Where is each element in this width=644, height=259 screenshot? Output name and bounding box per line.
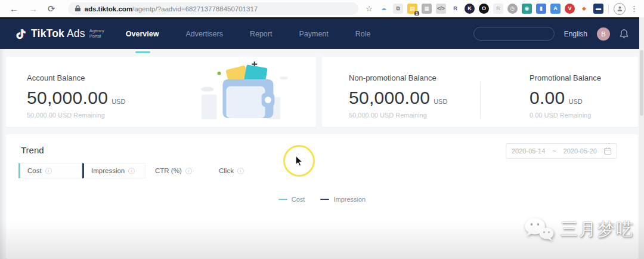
non-promotional-label: Non-promotional Balance bbox=[349, 73, 447, 82]
promotional-balances-card: Non-promotional Balance 50,000.00 USD 50… bbox=[322, 57, 638, 127]
account-balance-value: 50,000.00 bbox=[27, 88, 108, 108]
v-red-extension-icon[interactable]: V bbox=[565, 4, 575, 14]
tiktok-note-icon bbox=[16, 27, 27, 41]
browser-menu-icon[interactable]: ⋮ bbox=[630, 4, 638, 13]
r-purple-extension-icon[interactable]: R bbox=[450, 4, 460, 14]
tab-cost[interactable]: Cost i bbox=[18, 163, 82, 178]
tab-ctr-label: CTR (%) bbox=[155, 167, 182, 174]
wallet-illustration bbox=[197, 60, 291, 122]
watermark: 三月梦呓 bbox=[524, 217, 634, 242]
non-promotional-currency: USD bbox=[434, 98, 447, 105]
r-faded-extension-icon[interactable]: R bbox=[493, 4, 503, 14]
tab-impression-label: Impression bbox=[91, 167, 125, 174]
legend-impression[interactable]: Impression bbox=[320, 196, 366, 203]
bookmark-star-icon[interactable]: ☆ bbox=[366, 4, 373, 13]
date-separator: ~ bbox=[552, 147, 556, 155]
browser-toolbar: ← → ⟳ ads.tiktok.com/agentp/?aadvid=6827… bbox=[0, 0, 644, 17]
fox-extension-icon[interactable]: ◆ bbox=[579, 4, 589, 14]
top-navbar: TikTokAds AgencyPortal Overview Advertis… bbox=[0, 17, 644, 49]
info-icon[interactable]: i bbox=[237, 168, 244, 174]
notes-yellow-extension-icon[interactable]: ▤1 bbox=[407, 4, 417, 14]
cost-line-swatch bbox=[278, 199, 287, 200]
url-text: ads.tiktok.com/agentp/?aadvid=6827137788… bbox=[85, 5, 258, 13]
main-menu: Overview Advertisers Report Payment Role bbox=[126, 30, 371, 38]
promotional-currency: USD bbox=[569, 98, 583, 105]
metric-tabs: Cost i Impression i CTR (%) i Click i bbox=[18, 163, 274, 178]
legend-cost-label: Cost bbox=[292, 196, 305, 203]
k-dark-extension-icon[interactable]: K bbox=[465, 4, 475, 14]
tab-impression[interactable]: Impression i bbox=[82, 163, 145, 178]
brand-text: TikTokAds bbox=[31, 27, 85, 40]
menu-item-advertisers[interactable]: Advertisers bbox=[185, 30, 223, 38]
info-icon[interactable]: i bbox=[45, 168, 52, 174]
non-promotional-value: 50,000.00 bbox=[349, 88, 430, 108]
browser-refresh-button[interactable]: ⟳ bbox=[48, 4, 55, 14]
scrollbar-thumb[interactable] bbox=[640, 50, 643, 116]
promotional-label: Promotional Balance bbox=[530, 73, 601, 82]
info-icon[interactable]: i bbox=[185, 168, 192, 174]
chart-legend: Cost Impression bbox=[6, 196, 638, 203]
tab-click-label: Click bbox=[219, 167, 234, 174]
menu-item-payment[interactable]: Payment bbox=[299, 30, 328, 38]
timer-grey-extension-icon[interactable]: ◷ bbox=[507, 4, 518, 14]
date-range-picker[interactable]: 2020-05-14 ~ 2020-05-20 bbox=[506, 143, 617, 159]
menu-item-overview[interactable]: Overview bbox=[126, 30, 159, 38]
browser-forward-button[interactable]: → bbox=[29, 4, 38, 14]
person-icon bbox=[617, 5, 623, 12]
wechat-icon bbox=[524, 217, 555, 242]
active-tab-indicator bbox=[135, 51, 150, 53]
notification-bell-icon[interactable] bbox=[620, 29, 628, 39]
promotional-value: 0.00 bbox=[530, 88, 565, 108]
balance-divider bbox=[480, 82, 481, 119]
promotional-remaining: 0.00 USD Remaining bbox=[530, 112, 601, 119]
lock-icon bbox=[75, 5, 80, 12]
navbar-search-input[interactable] bbox=[473, 27, 555, 41]
tiktok-ads-logo[interactable]: TikTokAds AgencyPortal bbox=[16, 27, 104, 41]
tab-click[interactable]: Click i bbox=[210, 163, 273, 178]
brand-subtitle: AgencyPortal bbox=[89, 29, 104, 39]
trend-title: Trend bbox=[21, 145, 44, 155]
cloud-extension-icon[interactable]: ☁ bbox=[379, 4, 389, 14]
watermark-text: 三月梦呓 bbox=[561, 218, 634, 242]
address-bar[interactable]: ads.tiktok.com/agentp/?aadvid=6827137788… bbox=[68, 2, 359, 15]
tab-cost-label: Cost bbox=[27, 167, 42, 174]
account-balance-currency: USD bbox=[112, 98, 125, 105]
user-avatar[interactable]: B bbox=[597, 27, 610, 41]
impression-line-swatch bbox=[320, 199, 329, 200]
toolbar-divider bbox=[608, 4, 609, 13]
code-extension-icon[interactable]: </> bbox=[436, 4, 446, 14]
browser-profile-avatar[interactable] bbox=[614, 3, 626, 15]
scrollbar[interactable] bbox=[639, 17, 644, 259]
language-selector[interactable]: English bbox=[564, 30, 587, 38]
card-blue-extension-icon[interactable]: ▮ bbox=[536, 4, 546, 14]
menu-item-report[interactable]: Report bbox=[250, 30, 273, 38]
tab-ctr[interactable]: CTR (%) i bbox=[146, 163, 209, 178]
navy-square-extension-icon[interactable]: ▬ bbox=[593, 4, 603, 14]
account-balance-card: Account Balance 50,000.00 USD 50,000.00 … bbox=[6, 57, 316, 127]
legend-cost[interactable]: Cost bbox=[278, 196, 305, 203]
legend-impression-label: Impression bbox=[333, 196, 366, 203]
session-box-extension-icon[interactable]: ⧉ bbox=[393, 4, 403, 14]
info-icon[interactable]: i bbox=[128, 168, 135, 174]
browser-back-button[interactable]: ← bbox=[10, 4, 18, 14]
left-edge-shadow bbox=[0, 49, 5, 259]
date-start: 2020-05-14 bbox=[512, 147, 545, 155]
o-black-extension-icon[interactable]: O bbox=[479, 4, 489, 14]
translate-blue-extension-icon[interactable]: A bbox=[550, 4, 561, 14]
promotional-balance: Promotional Balance 0.00 USD 0.00 USD Re… bbox=[530, 73, 601, 119]
bank-grey-extension-icon[interactable]: ▦ bbox=[422, 4, 432, 14]
calendar-icon bbox=[604, 147, 611, 155]
non-promotional-balance: Non-promotional Balance 50,000.00 USD 50… bbox=[349, 73, 447, 119]
extensions-row: ☁⧉▤1▦</>RKOR◷◉▮AV◆▬ bbox=[379, 4, 603, 14]
date-end: 2020-05-20 bbox=[564, 147, 597, 155]
menu-item-role[interactable]: Role bbox=[355, 30, 371, 38]
non-promotional-remaining: 50,000.00 USD Remaining bbox=[349, 112, 447, 119]
p-green-extension-icon[interactable]: ◉ bbox=[522, 4, 532, 14]
